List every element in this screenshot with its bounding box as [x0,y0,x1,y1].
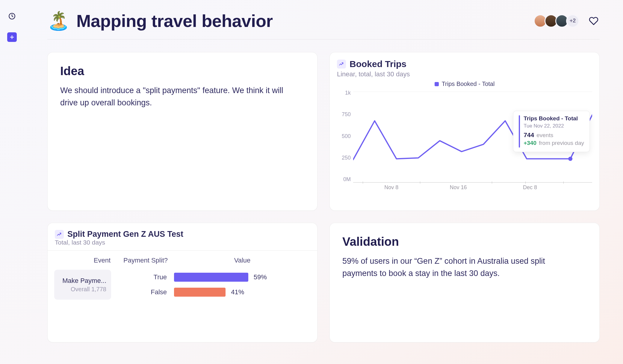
idea-body: We should introduce a "split payments" f… [60,84,285,109]
split-header: Split Payment Gen Z AUS Test Total, last… [48,230,317,251]
bar-pct: 41% [231,288,244,296]
split-subtitle: Total, last 30 days [55,239,310,246]
left-rail [0,0,24,364]
chart-legend: Trips Booked - Total [337,81,592,87]
favorite-button[interactable] [588,15,600,27]
split-columns: Event Payment Split? Value [54,251,311,270]
line-chart-icon [337,60,346,69]
split-row-label: True [111,273,174,281]
booked-trips-card: Booked Trips Linear, total, last 30 days… [329,52,600,211]
card-grid: Idea We should introduce a "split paymen… [47,52,600,342]
col-event: Event [57,257,114,264]
split-row-label: False [111,288,174,296]
line-plot[interactable]: 1k 750 500 250 0M Nov 8 [337,90,592,192]
title-wrap: 🏝️ Mapping travel behavior [47,11,273,31]
validation-card: Validation 59% of users in our “Gen Z” c… [329,223,600,342]
tooltip-delta-label: from previous day [539,140,584,146]
chart-header: Booked Trips Linear, total, last 30 days [337,59,592,78]
x-tick: Nov 16 [450,184,467,191]
idea-card: Idea We should introduce a "split paymen… [47,52,317,211]
legend-label: Trips Booked - Total [442,81,495,87]
y-tick: 250 [337,155,351,161]
page-emoji: 🏝️ [47,12,70,30]
line-chart-icon [55,230,64,239]
event-name: Make Payme... [59,277,106,285]
split-title: Split Payment Gen Z AUS Test [67,230,183,239]
chart-tooltip: Trips Booked - Total Tue Nov 22, 2022 74… [513,111,590,152]
add-button[interactable] [7,32,17,42]
y-tick: 0M [337,176,351,183]
chart-title: Booked Trips [350,59,406,69]
validation-heading: Validation [342,235,587,248]
y-tick: 1k [337,90,351,96]
x-tick: Dec 8 [523,184,537,191]
header-right: +2 [536,14,600,28]
bar-false[interactable] [174,288,226,297]
page-title: Mapping travel behavior [76,11,273,31]
validation-body: 59% of users in our “Gen Z” cohort in Au… [342,255,577,279]
split-table: Event Payment Split? Value Make Payme...… [48,251,317,300]
bar-pct: 59% [254,273,267,281]
main-content: 🏝️ Mapping travel behavior +2 Idea We sh… [24,0,623,364]
avatar-overflow[interactable]: +2 [566,14,579,28]
tooltip-accent-icon [519,115,520,148]
collaborator-avatars[interactable]: +2 [536,14,579,28]
bar-cell: 41% [174,285,311,300]
history-icon[interactable] [7,11,17,21]
col-split: Payment Split? [114,257,177,264]
split-payment-card: Split Payment Gen Z AUS Test Total, last… [47,223,317,342]
x-tick: Nov 8 [384,184,398,191]
y-tick: 500 [337,133,351,139]
svg-point-1 [568,157,572,161]
y-tick: 750 [337,111,351,118]
tooltip-title: Trips Booked - Total [524,115,584,122]
tooltip-date: Tue Nov 22, 2022 [524,123,584,129]
legend-swatch-icon [435,82,439,86]
page-header: 🏝️ Mapping travel behavior +2 [47,11,600,40]
table-row: Make Payme... Overall 1,778 True 59% Fal… [54,270,311,300]
tooltip-value: 744 [524,131,534,139]
event-overall: Overall 1,778 [59,286,106,293]
event-cell[interactable]: Make Payme... Overall 1,778 [54,270,111,300]
bar-cell: 59% [174,270,311,285]
tooltip-value-label: events [536,132,553,139]
bar-true[interactable] [174,273,248,282]
col-value: Value [177,257,308,264]
chart-subtitle: Linear, total, last 30 days [337,70,592,78]
idea-heading: Idea [60,64,305,78]
tooltip-delta: +340 [524,140,536,146]
x-axis: Nov 8 Nov 16 Dec 8 [353,184,592,192]
y-axis: 1k 750 500 250 0M [337,90,351,183]
